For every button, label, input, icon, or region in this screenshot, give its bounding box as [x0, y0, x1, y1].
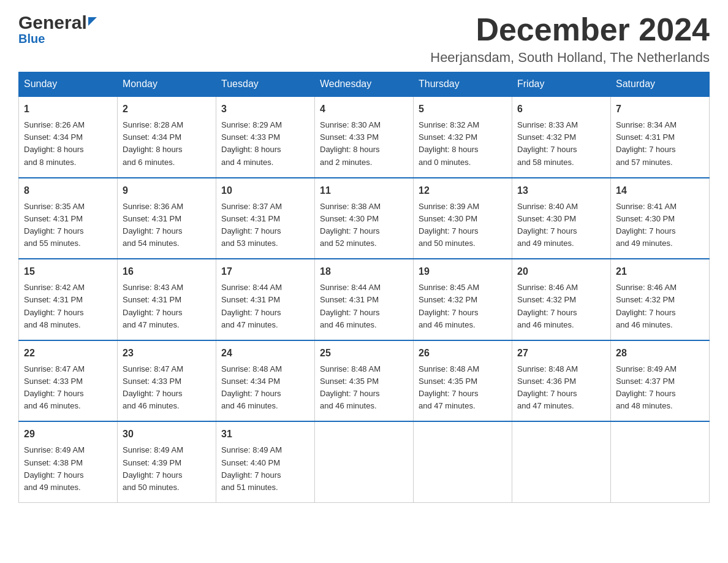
calendar-cell: 27 Sunrise: 8:48 AMSunset: 4:36 PMDaylig…	[512, 340, 611, 422]
day-number: 9	[123, 183, 211, 198]
calendar-cell	[611, 421, 710, 502]
day-info: Sunrise: 8:42 AMSunset: 4:31 PMDaylight:…	[24, 283, 85, 329]
column-header-thursday: Thursday	[414, 72, 512, 97]
day-info: Sunrise: 8:48 AMSunset: 4:35 PMDaylight:…	[320, 364, 381, 410]
day-number: 23	[123, 346, 211, 361]
day-info: Sunrise: 8:47 AMSunset: 4:33 PMDaylight:…	[123, 364, 183, 410]
calendar-cell	[512, 421, 611, 502]
day-info: Sunrise: 8:44 AMSunset: 4:31 PMDaylight:…	[320, 283, 381, 329]
day-number: 25	[320, 346, 408, 361]
calendar-cell: 31 Sunrise: 8:49 AMSunset: 4:40 PMDaylig…	[216, 421, 315, 502]
day-info: Sunrise: 8:47 AMSunset: 4:33 PMDaylight:…	[24, 364, 85, 410]
calendar-cell: 10 Sunrise: 8:37 AMSunset: 4:31 PMDaylig…	[216, 178, 315, 259]
calendar-cell: 19 Sunrise: 8:45 AMSunset: 4:32 PMDaylig…	[414, 259, 512, 340]
day-number: 26	[419, 346, 507, 361]
day-info: Sunrise: 8:44 AMSunset: 4:31 PMDaylight:…	[221, 283, 282, 329]
day-number: 31	[221, 427, 309, 442]
day-info: Sunrise: 8:46 AMSunset: 4:32 PMDaylight:…	[616, 283, 677, 329]
calendar-cell: 7 Sunrise: 8:34 AMSunset: 4:31 PMDayligh…	[611, 96, 710, 178]
calendar-cell: 21 Sunrise: 8:46 AMSunset: 4:32 PMDaylig…	[611, 259, 710, 340]
day-number: 18	[320, 264, 408, 279]
day-info: Sunrise: 8:37 AMSunset: 4:31 PMDaylight:…	[221, 202, 282, 248]
calendar-cell: 18 Sunrise: 8:44 AMSunset: 4:31 PMDaylig…	[315, 259, 414, 340]
day-info: Sunrise: 8:28 AMSunset: 4:34 PMDaylight:…	[123, 120, 183, 166]
day-info: Sunrise: 8:49 AMSunset: 4:38 PMDaylight:…	[24, 445, 85, 491]
calendar-cell: 12 Sunrise: 8:39 AMSunset: 4:30 PMDaylig…	[414, 178, 512, 259]
day-number: 12	[419, 183, 507, 198]
calendar-cell: 2 Sunrise: 8:28 AMSunset: 4:34 PMDayligh…	[118, 96, 216, 178]
calendar-cell	[315, 421, 414, 502]
day-number: 7	[616, 102, 704, 117]
column-header-sunday: Sunday	[19, 72, 118, 97]
calendar-cell: 14 Sunrise: 8:41 AMSunset: 4:30 PMDaylig…	[611, 178, 710, 259]
logo-blue-text: Blue	[18, 32, 45, 46]
calendar-cell: 4 Sunrise: 8:30 AMSunset: 4:33 PMDayligh…	[315, 96, 414, 178]
calendar-week-row: 1 Sunrise: 8:26 AMSunset: 4:34 PMDayligh…	[19, 96, 710, 178]
day-info: Sunrise: 8:40 AMSunset: 4:30 PMDaylight:…	[517, 202, 578, 248]
calendar-week-row: 8 Sunrise: 8:35 AMSunset: 4:31 PMDayligh…	[19, 178, 710, 259]
day-number: 22	[24, 346, 112, 361]
day-info: Sunrise: 8:43 AMSunset: 4:31 PMDaylight:…	[123, 283, 183, 329]
day-number: 28	[616, 346, 704, 361]
calendar-cell: 22 Sunrise: 8:47 AMSunset: 4:33 PMDaylig…	[19, 340, 118, 422]
calendar-cell: 6 Sunrise: 8:33 AMSunset: 4:32 PMDayligh…	[512, 96, 611, 178]
day-number: 6	[517, 102, 605, 117]
calendar-week-row: 22 Sunrise: 8:47 AMSunset: 4:33 PMDaylig…	[19, 340, 710, 422]
page-header: General Blue December 2024 Heerjansdam, …	[18, 12, 710, 66]
day-info: Sunrise: 8:41 AMSunset: 4:30 PMDaylight:…	[616, 202, 677, 248]
month-year-title: December 2024	[430, 12, 710, 47]
column-header-saturday: Saturday	[611, 72, 710, 97]
calendar-cell: 13 Sunrise: 8:40 AMSunset: 4:30 PMDaylig…	[512, 178, 611, 259]
day-number: 29	[24, 427, 112, 442]
day-info: Sunrise: 8:49 AMSunset: 4:39 PMDaylight:…	[123, 445, 183, 491]
calendar-cell: 20 Sunrise: 8:46 AMSunset: 4:32 PMDaylig…	[512, 259, 611, 340]
logo-arrow-icon	[88, 17, 97, 26]
day-info: Sunrise: 8:39 AMSunset: 4:30 PMDaylight:…	[419, 202, 479, 248]
calendar-cell: 15 Sunrise: 8:42 AMSunset: 4:31 PMDaylig…	[19, 259, 118, 340]
calendar-table: SundayMondayTuesdayWednesdayThursdayFrid…	[18, 72, 710, 503]
day-number: 2	[123, 102, 211, 117]
calendar-cell: 8 Sunrise: 8:35 AMSunset: 4:31 PMDayligh…	[19, 178, 118, 259]
calendar-cell: 23 Sunrise: 8:47 AMSunset: 4:33 PMDaylig…	[118, 340, 216, 422]
location-subtitle: Heerjansdam, South Holland, The Netherla…	[430, 50, 710, 66]
day-info: Sunrise: 8:48 AMSunset: 4:35 PMDaylight:…	[419, 364, 479, 410]
calendar-cell: 26 Sunrise: 8:48 AMSunset: 4:35 PMDaylig…	[414, 340, 512, 422]
calendar-cell: 3 Sunrise: 8:29 AMSunset: 4:33 PMDayligh…	[216, 96, 315, 178]
logo-general-text: General	[18, 12, 87, 33]
day-info: Sunrise: 8:32 AMSunset: 4:32 PMDaylight:…	[419, 120, 479, 166]
day-info: Sunrise: 8:48 AMSunset: 4:34 PMDaylight:…	[221, 364, 282, 410]
day-info: Sunrise: 8:38 AMSunset: 4:30 PMDaylight:…	[320, 202, 381, 248]
column-header-friday: Friday	[512, 72, 611, 97]
day-info: Sunrise: 8:49 AMSunset: 4:40 PMDaylight:…	[221, 445, 282, 491]
day-number: 20	[517, 264, 605, 279]
column-header-tuesday: Tuesday	[216, 72, 315, 97]
day-number: 13	[517, 183, 605, 198]
logo: General Blue	[18, 12, 97, 46]
day-number: 30	[123, 427, 211, 442]
calendar-cell: 16 Sunrise: 8:43 AMSunset: 4:31 PMDaylig…	[118, 259, 216, 340]
day-number: 21	[616, 264, 704, 279]
day-number: 5	[419, 102, 507, 117]
calendar-cell: 24 Sunrise: 8:48 AMSunset: 4:34 PMDaylig…	[216, 340, 315, 422]
day-info: Sunrise: 8:30 AMSunset: 4:33 PMDaylight:…	[320, 120, 381, 166]
day-number: 15	[24, 264, 112, 279]
day-number: 17	[221, 264, 309, 279]
calendar-week-row: 29 Sunrise: 8:49 AMSunset: 4:38 PMDaylig…	[19, 421, 710, 502]
day-number: 11	[320, 183, 408, 198]
day-info: Sunrise: 8:49 AMSunset: 4:37 PMDaylight:…	[616, 364, 677, 410]
calendar-cell: 25 Sunrise: 8:48 AMSunset: 4:35 PMDaylig…	[315, 340, 414, 422]
day-info: Sunrise: 8:35 AMSunset: 4:31 PMDaylight:…	[24, 202, 85, 248]
day-info: Sunrise: 8:29 AMSunset: 4:33 PMDaylight:…	[221, 120, 282, 166]
day-info: Sunrise: 8:45 AMSunset: 4:32 PMDaylight:…	[419, 283, 479, 329]
day-number: 24	[221, 346, 309, 361]
calendar-cell: 11 Sunrise: 8:38 AMSunset: 4:30 PMDaylig…	[315, 178, 414, 259]
calendar-cell: 29 Sunrise: 8:49 AMSunset: 4:38 PMDaylig…	[19, 421, 118, 502]
calendar-cell: 17 Sunrise: 8:44 AMSunset: 4:31 PMDaylig…	[216, 259, 315, 340]
calendar-cell: 30 Sunrise: 8:49 AMSunset: 4:39 PMDaylig…	[118, 421, 216, 502]
day-info: Sunrise: 8:36 AMSunset: 4:31 PMDaylight:…	[123, 202, 183, 248]
day-number: 8	[24, 183, 112, 198]
calendar-cell: 28 Sunrise: 8:49 AMSunset: 4:37 PMDaylig…	[611, 340, 710, 422]
calendar-cell: 1 Sunrise: 8:26 AMSunset: 4:34 PMDayligh…	[19, 96, 118, 178]
day-info: Sunrise: 8:26 AMSunset: 4:34 PMDaylight:…	[24, 120, 85, 166]
day-number: 1	[24, 102, 112, 117]
